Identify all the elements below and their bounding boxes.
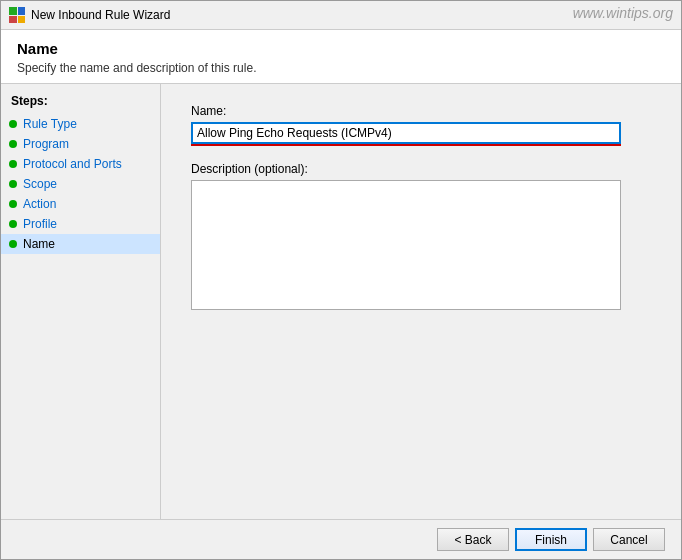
cancel-button[interactable]: Cancel (593, 528, 665, 551)
sidebar-label-profile: Profile (23, 217, 57, 231)
footer: < Back Finish Cancel ▶ (1, 519, 681, 559)
finish-button[interactable]: Finish (515, 528, 587, 551)
sidebar-label-rule-type: Rule Type (23, 117, 77, 131)
title-bar-text: New Inbound Rule Wizard (31, 8, 170, 22)
step-dot-name (9, 240, 17, 248)
description-form-group: Description (optional): (191, 162, 651, 313)
back-button[interactable]: < Back (437, 528, 509, 551)
step-dot-scope (9, 180, 17, 188)
name-form-group: Name: (191, 104, 651, 146)
step-dot-rule-type (9, 120, 17, 128)
sidebar-item-action[interactable]: Action (1, 194, 160, 214)
description-label: Description (optional): (191, 162, 651, 176)
name-input-wrapper (191, 122, 621, 144)
name-label: Name: (191, 104, 651, 118)
name-input[interactable] (191, 122, 621, 144)
step-dot-program (9, 140, 17, 148)
sidebar-item-program[interactable]: Program (1, 134, 160, 154)
wizard-window: New Inbound Rule Wizard www.wintips.org … (0, 0, 682, 560)
watermark: www.wintips.org (573, 5, 673, 21)
sidebar-item-scope[interactable]: Scope (1, 174, 160, 194)
sidebar-item-protocol-ports[interactable]: Protocol and Ports (1, 154, 160, 174)
page-title: Name (17, 40, 665, 57)
description-textarea[interactable] (191, 180, 621, 310)
right-panel: Name: Description (optional): (161, 84, 681, 519)
step-dot-profile (9, 220, 17, 228)
sidebar-label-action: Action (23, 197, 56, 211)
sidebar-item-rule-type[interactable]: Rule Type (1, 114, 160, 134)
title-bar: New Inbound Rule Wizard www.wintips.org (1, 1, 681, 30)
sidebar-label-name: Name (23, 237, 55, 251)
sidebar-label-protocol-ports: Protocol and Ports (23, 157, 122, 171)
header-section: Name Specify the name and description of… (1, 30, 681, 84)
sidebar-title: Steps: (1, 94, 160, 114)
sidebar-label-scope: Scope (23, 177, 57, 191)
step-dot-action (9, 200, 17, 208)
sidebar-item-profile[interactable]: Profile (1, 214, 160, 234)
step-dot-protocol-ports (9, 160, 17, 168)
page-subtitle: Specify the name and description of this… (17, 61, 665, 75)
name-underline (191, 144, 621, 146)
main-area: Steps: Rule TypeProgramProtocol and Port… (1, 84, 681, 519)
sidebar-item-name[interactable]: Name (1, 234, 160, 254)
sidebar-label-program: Program (23, 137, 69, 151)
app-icon (9, 7, 25, 23)
sidebar: Steps: Rule TypeProgramProtocol and Port… (1, 84, 161, 519)
